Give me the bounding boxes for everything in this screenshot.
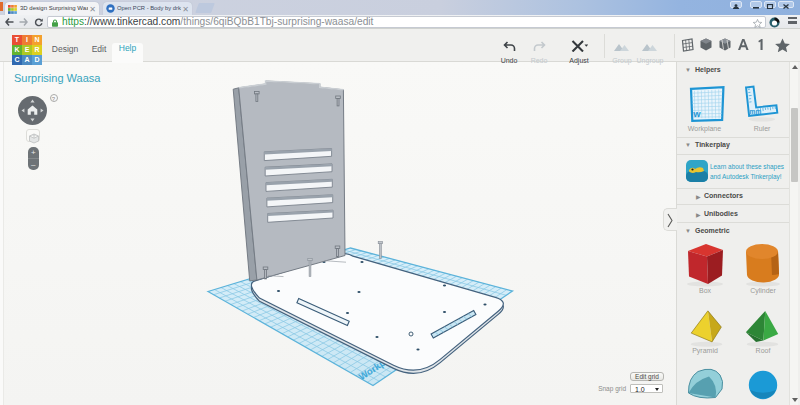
svg-text:mm: mm	[750, 108, 762, 115]
svg-text:W: W	[693, 110, 701, 119]
